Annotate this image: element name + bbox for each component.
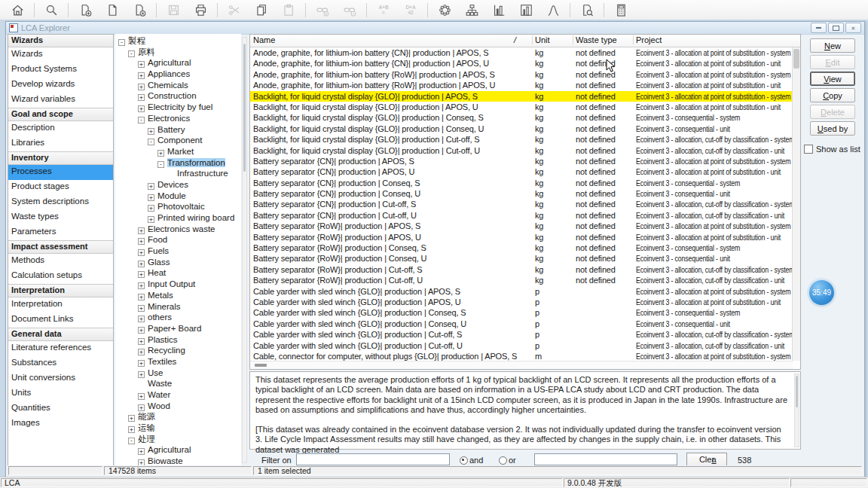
tree-toggle-icon[interactable]: + xyxy=(138,271,145,278)
tree-item-water[interactable]: +Water xyxy=(115,389,241,401)
link-remove-icon[interactable] xyxy=(338,2,361,18)
table-vscroll-thumb[interactable] xyxy=(793,49,799,69)
table-hscroll-thumb[interactable] xyxy=(255,364,267,367)
table-row[interactable]: Anode, graphite, for lithium-ion battery… xyxy=(250,47,793,58)
sidebar-item-waste-types[interactable]: Waste types xyxy=(8,210,113,225)
recording-timer-badge[interactable]: 35:49 xyxy=(809,280,834,305)
tree-item-能源[interactable]: +能源 xyxy=(115,411,241,422)
table-row[interactable]: Battery separator {CN}| production | Con… xyxy=(250,188,793,199)
tree-item-heat[interactable]: +Heat xyxy=(115,267,241,279)
table-row[interactable]: Battery separator {RoW}| production | Cu… xyxy=(250,264,793,275)
tree-toggle-icon[interactable]: - xyxy=(138,117,145,124)
sidebar-item-parameters[interactable]: Parameters xyxy=(8,225,113,240)
tree-toggle-icon[interactable]: + xyxy=(128,426,135,433)
filter-or-radio[interactable] xyxy=(499,456,507,465)
tree-toggle-icon[interactable]: + xyxy=(138,349,145,355)
tree-toggle-icon[interactable]: + xyxy=(138,94,145,101)
tree-toggle-icon[interactable]: + xyxy=(138,371,145,378)
tree-item-market[interactable]: +Market xyxy=(115,146,241,157)
tree-toggle-icon[interactable]: + xyxy=(138,338,145,345)
sidebar-item-develop-wizards[interactable]: Develop wizards xyxy=(8,78,113,93)
tree-toggle-icon[interactable]: + xyxy=(138,238,145,245)
tree-toggle-icon[interactable]: + xyxy=(138,282,145,289)
used-by-button[interactable]: Used by xyxy=(810,121,855,136)
tree-item-transformation[interactable]: -Transformation xyxy=(115,157,241,169)
sidebar-item-units[interactable]: Units xyxy=(8,386,113,401)
table-row[interactable]: Battery separator {RoW}| production | Co… xyxy=(250,253,793,264)
tree-item-paper-board[interactable]: +Paper+ Board xyxy=(115,323,241,334)
tree-toggle-icon[interactable]: - xyxy=(118,39,125,46)
window-titlebar[interactable]: LCA Explorer ✕ xyxy=(6,22,864,35)
tree-toggle-icon[interactable]: + xyxy=(138,294,145,300)
tree-scrollbar-thumb[interactable] xyxy=(243,44,246,172)
table-row[interactable]: Cable, connector for computer, without p… xyxy=(250,351,793,361)
cut-icon[interactable] xyxy=(223,2,246,18)
table-row[interactable]: Backlight, for liquid crystal display {G… xyxy=(250,134,793,145)
sidebar-item-images[interactable]: Images xyxy=(8,416,113,432)
copy-icon[interactable] xyxy=(250,2,273,18)
tree-toggle-icon[interactable]: - xyxy=(128,438,135,444)
tree-toggle-icon[interactable]: - xyxy=(148,139,154,145)
column-header-project[interactable]: Project xyxy=(636,35,662,44)
tree-toggle-icon[interactable]: + xyxy=(138,404,145,411)
tree-item-waste[interactable]: Waste xyxy=(115,378,241,389)
tree-item-minerals[interactable]: +Minerals xyxy=(115,301,241,313)
table-row[interactable]: Battery separator {CN}| production | APO… xyxy=(250,156,793,166)
clear-button[interactable]: Clear xyxy=(686,453,727,466)
calculator-icon[interactable] xyxy=(610,2,632,18)
tree-item-construction[interactable]: +Construction xyxy=(115,90,241,102)
paste-icon[interactable] xyxy=(277,2,300,18)
table-row[interactable]: Cable yarder with sled winch {GLO}| prod… xyxy=(250,319,793,329)
sidebar-item-product-stages[interactable]: Product stages xyxy=(8,180,113,195)
tree-toggle-icon[interactable]: + xyxy=(138,393,145,400)
tree-item-component[interactable]: -Component xyxy=(115,135,241,146)
tree-toggle-icon[interactable]: + xyxy=(138,61,145,68)
sidebar-item-substances[interactable]: Substances xyxy=(8,356,113,371)
table-row[interactable]: Anode, graphite, for lithium-ion battery… xyxy=(250,69,793,80)
sidebar-item-interpretation[interactable]: Interpretation xyxy=(8,297,113,313)
sidebar-item-unit-conversions[interactable]: Unit conversions xyxy=(8,371,113,386)
tree-item-agricultural[interactable]: +Agricultural xyxy=(115,57,241,69)
sidebar-item-description[interactable]: Description xyxy=(8,121,113,136)
table-row[interactable]: Battery separator {RoW}| production | Cu… xyxy=(250,275,793,285)
table-row[interactable]: Battery separator {RoW}| production | AP… xyxy=(250,221,793,231)
sidebar-item-document-links[interactable]: Document Links xyxy=(8,313,113,328)
tree-toggle-icon[interactable]: + xyxy=(138,316,145,322)
tree-item-metals[interactable]: +Metals xyxy=(115,290,241,301)
document-add-icon[interactable] xyxy=(74,2,96,18)
table-row[interactable]: Battery separator {CN}| production | Con… xyxy=(250,178,793,188)
table-row[interactable]: Backlight, for liquid crystal display {G… xyxy=(250,102,793,112)
column-header-name[interactable]: Name xyxy=(253,35,275,44)
tree-item-devices[interactable]: +Devices xyxy=(115,179,241,191)
print-icon[interactable] xyxy=(189,2,212,18)
tree-item-原料[interactable]: -原料 xyxy=(115,47,241,58)
copy-button[interactable]: Copy xyxy=(810,88,855,102)
gear-icon[interactable] xyxy=(433,2,456,18)
edit-button[interactable]: Edit xyxy=(810,55,855,69)
tree-item-运输[interactable]: +运输 xyxy=(115,422,241,434)
table-vertical-scrollbar[interactable] xyxy=(792,47,800,361)
tree-item-biowaste[interactable]: +Biowaste xyxy=(115,456,241,466)
link-add-icon[interactable] xyxy=(311,2,334,18)
tree-item-fuels[interactable]: +Fuels xyxy=(115,246,241,257)
sidebar-item-calculation-setups[interactable]: Calculation setups xyxy=(8,269,113,284)
filter-and-radio[interactable] xyxy=(460,456,468,465)
table-row[interactable]: Battery separator {RoW}| production | AP… xyxy=(250,232,793,242)
table-row[interactable]: Anode, graphite, for lithium-ion battery… xyxy=(250,80,793,90)
table-row[interactable]: Cable yarder with sled winch {GLO}| prod… xyxy=(250,307,793,318)
tree-item-textiles[interactable]: +Textiles xyxy=(115,356,241,368)
tree-item-battery[interactable]: +Battery xyxy=(115,124,241,136)
tree-toggle-icon[interactable]: - xyxy=(157,161,164,168)
table-row[interactable]: Cable yarder with sled winch {GLO}| prod… xyxy=(250,286,793,297)
restore-button[interactable] xyxy=(828,23,844,33)
tree-toggle-icon[interactable]: + xyxy=(148,183,154,190)
tree-item-recycling[interactable]: +Recycling xyxy=(115,345,241,356)
tree-item-photovoltaic[interactable]: +Photovoltaic xyxy=(115,201,241,212)
sidebar-item-wizards[interactable]: Wizards xyxy=(8,47,113,63)
tree-item-printed-wiring-board[interactable]: +Printed wiring board xyxy=(115,212,241,224)
close-button[interactable]: ✕ xyxy=(845,23,861,33)
home-icon[interactable] xyxy=(6,2,29,18)
table-row[interactable]: Backlight, for liquid crystal display {G… xyxy=(250,91,793,102)
document-remove-icon[interactable] xyxy=(128,2,151,18)
tree-item-electronics-waste[interactable]: +Electronics waste xyxy=(115,224,241,235)
